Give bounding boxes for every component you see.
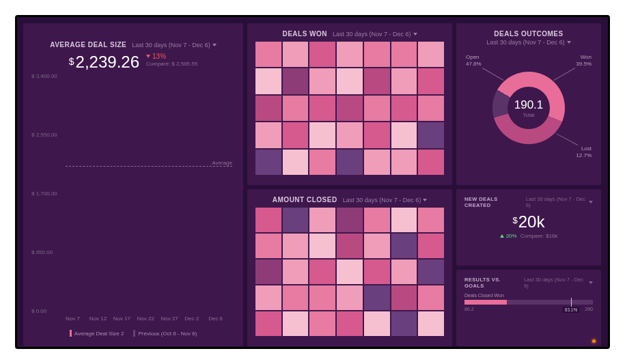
rvg-scale-high: 260 [585, 307, 593, 311]
chevron-down-icon [567, 41, 571, 44]
outcomes-won-label: Won39.5% [576, 54, 592, 68]
new-deals-compare: Compare: $16k [520, 233, 558, 239]
outcomes-total-label: Total [523, 112, 535, 118]
outcomes-donut-chart: 190.1 Total Open47.8% Won39.5% Lost12.7% [464, 50, 593, 166]
panel-average-deal-size: AVERAGE DEAL SIZE Last 30 days (Nov 7 - … [23, 23, 243, 346]
chevron-down-icon [589, 201, 593, 204]
ads-kpi-value: $2,239.26 [69, 53, 139, 72]
outcomes-title: DEALS OUTCOMES [494, 30, 563, 38]
ads-average-line-label: Average [212, 160, 232, 166]
legend-current: Average Deal Size 2 [70, 330, 124, 337]
rvg-progress-bar: 83.1% [464, 300, 593, 305]
outcomes-open-label: Open47.8% [466, 54, 482, 68]
ads-legend: Average Deal Size 2 Previous (Oct 8 - No… [31, 330, 235, 337]
new-deals-delta: 20% [500, 233, 517, 239]
new-deals-period-selector[interactable]: Last 30 days (Nov 7 - Dec 6) [526, 196, 593, 208]
chevron-down-icon [423, 199, 427, 201]
outcomes-lost-label: Lost12.7% [576, 145, 592, 159]
new-deals-value: $20k [464, 212, 593, 232]
triangle-down-icon [146, 55, 150, 58]
triangle-up-icon [500, 234, 504, 238]
amount-closed-heatmap [255, 208, 444, 336]
outcomes-period-selector[interactable]: Last 30 days (Nov 7 - Dec 6) [486, 39, 571, 46]
chevron-down-icon [413, 33, 417, 36]
deals-won-heatmap [255, 42, 444, 175]
ads-period-selector[interactable]: Last 30 days (Nov 7 - Dec 6) [132, 42, 217, 48]
legend-previous: Previous (Oct 8 - Nov 6) [133, 330, 197, 337]
panel-deals-won: DEALS WON Last 30 days (Nov 7 - Dec 6) [247, 23, 452, 185]
panel-amount-closed: AMOUNT CLOSED Last 30 days (Nov 7 - Dec … [247, 189, 452, 346]
status-led-icon [592, 339, 596, 343]
rvg-metric-label: Deals Closed Won [464, 293, 593, 298]
rvg-title: RESULTS VS. GOALS [464, 277, 520, 289]
ads-compare: Compare: $ 2,585.55 [146, 61, 197, 67]
rvg-period-selector[interactable]: Last 30 days (Nov 7 - Dec 6) [524, 277, 593, 289]
deals-won-title: DEALS WON [282, 30, 327, 38]
amount-closed-period-selector[interactable]: Last 30 days (Nov 7 - Dec 6) [343, 197, 428, 204]
chevron-down-icon [589, 281, 593, 284]
rvg-goal-marker: 83.1% [563, 307, 579, 313]
deals-won-period-selector[interactable]: Last 30 days (Nov 7 - Dec 6) [333, 31, 417, 38]
rvg-scale-low: 86.2 [464, 307, 474, 311]
outcomes-total-value: 190.1 [514, 98, 544, 112]
panel-new-deals-created: NEW DEALS CREATED Last 30 days (Nov 7 - … [456, 189, 601, 266]
chevron-down-icon [212, 44, 217, 46]
panel-deals-outcomes: DEALS OUTCOMES Last 30 days (Nov 7 - Dec… [456, 23, 601, 185]
amount-closed-title: AMOUNT CLOSED [273, 196, 337, 204]
new-deals-title: NEW DEALS CREATED [464, 196, 522, 208]
ads-bar-chart: $ 3,400.00$ 2,550.00$ 1,700.00$ 850.00$ … [31, 76, 235, 339]
ads-delta: 13% [146, 53, 166, 60]
ads-title: AVERAGE DEAL SIZE [50, 41, 126, 48]
panel-results-vs-goals: RESULTS VS. GOALS Last 30 days (Nov 7 - … [456, 270, 601, 346]
right-column-bottom: NEW DEALS CREATED Last 30 days (Nov 7 - … [456, 189, 601, 346]
dashboard-screen: AVERAGE DEAL SIZE Last 30 days (Nov 7 - … [15, 15, 610, 349]
